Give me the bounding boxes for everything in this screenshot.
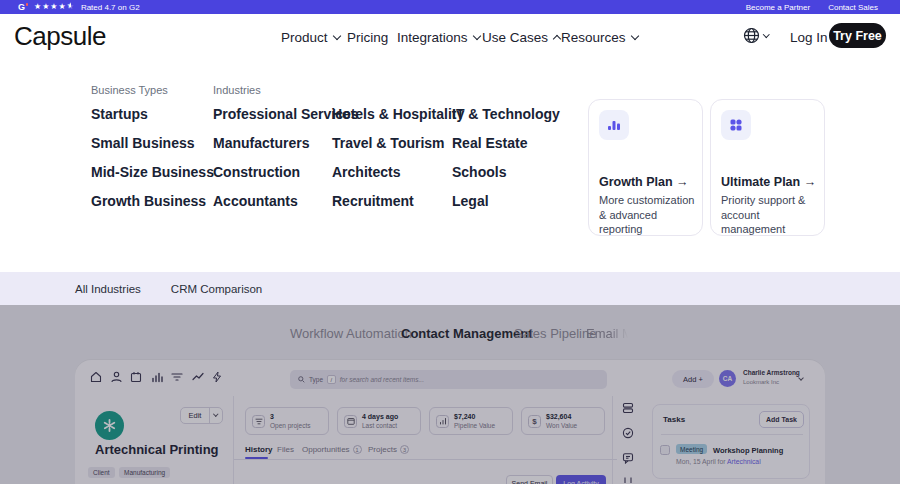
tag-client[interactable]: Client [88,467,115,478]
all-industries-link[interactable]: All Industries [75,283,141,295]
tab-contact-management[interactable]: Contact Management [401,326,532,341]
add-task-button[interactable]: Add Task [759,411,804,428]
edit-dropdown-toggle[interactable] [209,408,222,423]
calendar-icon [344,415,357,428]
tab-email-marketing[interactable]: Email M [586,326,628,341]
menu-item-small-business[interactable]: Small Business [91,135,214,150]
slash-keycap: / [327,375,336,384]
chevron-up-icon [553,35,561,43]
tasks-panel: Tasks Add Task Meeting Workshop Planning… [652,404,810,479]
tab-sales-pipeline[interactable]: Sales Pipeline [514,326,596,341]
menu-item-mid-size-business[interactable]: Mid-Size Business [91,164,214,179]
log-activity-button[interactable]: Log Activity [556,475,606,484]
become-partner-link[interactable]: Become a Partner [746,3,810,12]
nav-product[interactable]: Product [281,30,340,45]
opportunities-count-badge: 1 [353,445,362,454]
contact-name: Artechnical Printing [95,442,219,457]
login-link[interactable]: Log In [790,30,828,45]
stat-pipeline-value: $7,240Pipeline Value [429,407,513,435]
globe-icon [743,27,760,44]
trend-line-icon[interactable] [192,372,204,382]
nav-resources[interactable]: Resources [561,30,638,45]
stat-open-projects: 3Open projects [245,407,329,435]
task-contact-link[interactable]: Artechnical [727,458,761,465]
crm-app-screenshot: Type / for search and recent items... Ad… [75,360,825,484]
g2-rating: G ★★★★★ Rated 4.7 on G2 [18,2,140,12]
menu-item-real-estate[interactable]: Real Estate [452,135,560,150]
capsule-logo[interactable]: Capsule [14,21,106,52]
calendar-icon[interactable] [130,371,142,383]
capsule-website: G ★★★★★ Rated 4.7 on G2 Become a Partner… [0,0,900,484]
nav-pricing[interactable]: Pricing [347,30,388,45]
stack-icon[interactable] [622,402,634,414]
people-icon[interactable] [111,371,122,383]
add-button[interactable]: Add + [672,370,714,388]
panel-divider [233,396,234,484]
menu-item-startups[interactable]: Startups [91,106,214,121]
send-email-button[interactable]: Send Email [506,475,553,484]
menu-item-recruitment[interactable]: Recruitment [332,193,464,208]
menu-item-legal[interactable]: Legal [452,193,560,208]
calendar-partial-icon[interactable] [622,477,634,484]
menu-item-architects[interactable]: Architects [332,164,464,179]
announcement-bar: G ★★★★★ Rated 4.7 on G2 Become a Partner… [0,0,900,14]
tab-files[interactable]: Files [277,445,294,454]
chevron-down-icon [763,31,769,37]
stat-last-contact: 4 days agoLast contact [337,407,421,435]
asterisk-logo-icon [102,418,117,433]
task-title[interactable]: Workshop Planning [713,446,783,455]
filter-lines-icon[interactable] [171,372,183,382]
tab-history[interactable]: History [245,445,273,454]
contact-sales-link[interactable]: Contact Sales [828,3,878,12]
ultimate-plan-card[interactable]: Ultimate Plan → Priority support & accou… [710,99,825,236]
arrow-right-icon: → [676,175,689,189]
lightning-icon[interactable] [212,371,222,383]
growth-plan-card[interactable]: Growth Plan → More customization & advan… [588,99,703,236]
business-types-column: Business Types Startups Small Business M… [91,84,214,222]
avatar[interactable]: CA [719,370,736,387]
nav-use-cases[interactable]: Use Cases [482,30,560,45]
user-menu[interactable]: Charlie Armstrong Lookmark Inc [743,369,800,386]
language-selector[interactable] [743,27,769,44]
menu-item-growth-business[interactable]: Growth Business [91,193,214,208]
main-navbar: Capsule Product Pricing Integrations Use… [0,14,900,59]
star-rating-icon: ★★★★★ [34,3,75,11]
megamenu-footer: All Industries CRM Comparison [0,272,900,305]
rating-text: Rated 4.7 on G2 [81,3,140,12]
industries-column-3: IT & Technology Real Estate Schools Lega… [452,84,560,222]
shapes-grid-icon [721,110,751,140]
page-content-dimmed: Workflow Automation Contact Management S… [0,305,900,484]
nav-integrations[interactable]: Integrations [397,30,480,45]
task-due-date: Mon, 15 April for Artechnical [676,458,761,465]
crm-comparison-link[interactable]: CRM Comparison [171,283,262,295]
tag-manufacturing[interactable]: Manufacturing [119,467,170,478]
menu-item-schools[interactable]: Schools [452,164,560,179]
bar-chart-icon [599,110,629,140]
home-icon[interactable] [90,371,102,383]
divider [661,434,803,435]
tab-workflow-automation[interactable]: Workflow Automation [290,326,412,341]
industries-column-2: Hotels & Hospitality Travel & Tourism Ar… [332,84,464,222]
chat-icon[interactable] [622,452,634,464]
tasks-title: Tasks [663,415,685,424]
menu-item-hotels-hospitality[interactable]: Hotels & Hospitality [332,106,464,121]
task-checkbox[interactable] [660,445,670,455]
menu-item-travel-tourism[interactable]: Travel & Tourism [332,135,464,150]
growth-plan-description: More customization & advanced reporting [599,193,697,237]
tab-projects[interactable]: Projects 3 [368,445,409,454]
tab-opportunities[interactable]: Opportunities 1 [302,445,362,454]
edit-button[interactable]: Edit [180,407,223,424]
business-types-header: Business Types [91,84,214,97]
chevron-down-icon [630,32,638,40]
bar-chart-icon[interactable] [151,371,163,383]
use-cases-megamenu: Business Types Startups Small Business M… [0,59,900,272]
chevron-down-icon [472,32,480,40]
bar-chart-icon [436,415,449,428]
try-free-button[interactable]: Try Free [829,23,886,48]
stat-won-value: $ $32,604Won Value [521,407,605,435]
dollar-icon: $ [528,415,541,428]
arrow-right-icon: → [804,175,817,189]
check-circle-icon[interactable] [622,427,634,439]
menu-item-it-technology[interactable]: IT & Technology [452,106,560,121]
search-input[interactable]: Type / for search and recent items... [290,370,607,389]
